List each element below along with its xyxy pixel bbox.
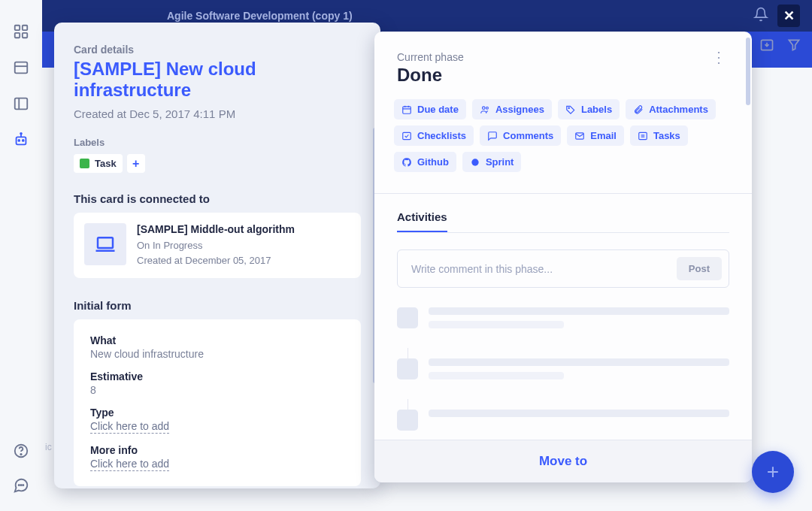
labels-label: Labels <box>581 104 612 115</box>
svg-point-32 <box>471 159 478 165</box>
svg-point-15 <box>19 485 20 485</box>
svg-rect-3 <box>23 33 27 38</box>
comments-label: Comments <box>503 130 553 141</box>
robot-icon[interactable] <box>11 129 32 150</box>
post-button[interactable]: Post <box>677 257 722 280</box>
activity-skeleton <box>397 358 729 386</box>
connected-phase: On In Progress <box>137 238 295 253</box>
help-icon[interactable] <box>11 440 32 461</box>
add-label-button[interactable]: + <box>127 154 145 173</box>
svg-point-10 <box>20 133 22 135</box>
left-rail <box>0 0 42 511</box>
card-created-at: Created at Dec 5, 2017 4:11 PM <box>74 107 361 120</box>
label-swatch <box>80 159 89 168</box>
svg-point-26 <box>568 107 569 107</box>
bell-icon[interactable] <box>753 7 768 25</box>
comment-input[interactable] <box>411 263 677 275</box>
move-to-button[interactable]: Move to <box>374 440 752 482</box>
skeleton-avatar <box>397 358 418 379</box>
more-options-icon[interactable]: ⋮ <box>708 51 729 63</box>
field-moreinfo-placeholder[interactable]: Click here to add <box>90 458 169 471</box>
email-label: Email <box>590 130 617 141</box>
tasks-button[interactable]: Tasks <box>630 125 688 146</box>
action-pills: Due date Assignees Labels Attachments Ch… <box>374 99 752 183</box>
sprint-label: Sprint <box>486 156 514 168</box>
list-icon[interactable] <box>11 57 32 78</box>
svg-point-14 <box>20 454 21 455</box>
labels-button[interactable]: Labels <box>558 99 620 119</box>
due-date-label: Due date <box>417 104 459 115</box>
board-icon[interactable] <box>11 93 32 114</box>
tab-activities[interactable]: Activities <box>397 210 447 232</box>
activity-skeleton <box>397 307 729 334</box>
attachments-button[interactable]: Attachments <box>626 99 716 119</box>
fab-add-button[interactable]: + <box>752 451 794 493</box>
due-date-button[interactable]: Due date <box>394 99 466 119</box>
field-type-placeholder[interactable]: Click here to add <box>90 420 169 434</box>
skeleton-line <box>429 358 729 366</box>
laptop-icon <box>84 223 126 265</box>
initial-form-heading: Initial form <box>74 299 361 312</box>
connected-title: [SAMPLE] Middle-out algorithm <box>137 223 295 235</box>
field-moreinfo-label: More info <box>90 444 344 456</box>
skeleton-line <box>429 307 729 315</box>
activity-skeleton <box>397 410 729 431</box>
assignees-button[interactable]: Assignees <box>472 99 552 119</box>
email-button[interactable]: Email <box>567 125 624 146</box>
github-button[interactable]: Github <box>394 152 456 172</box>
field-estimative-value[interactable]: 8 <box>90 384 344 396</box>
skeleton-line <box>429 372 564 379</box>
field-type-label: Type <box>90 407 344 419</box>
checklists-label: Checklists <box>417 130 466 141</box>
card-details-label: Card details <box>74 44 361 56</box>
pipe-title: Agile Software Development (copy 1) <box>167 10 353 22</box>
svg-point-25 <box>486 107 488 109</box>
field-what-value[interactable]: New cloud infrastructure <box>90 348 344 360</box>
attachments-label: Attachments <box>649 104 708 115</box>
scrollbar[interactable] <box>746 38 750 105</box>
svg-rect-19 <box>98 237 113 248</box>
dashboard-icon[interactable] <box>11 21 32 42</box>
svg-rect-29 <box>639 132 647 139</box>
skeleton-line <box>429 321 564 328</box>
skeleton-line <box>429 410 729 417</box>
connected-created: Created at December 05, 2017 <box>137 253 295 268</box>
comments-button[interactable]: Comments <box>480 125 561 146</box>
svg-rect-6 <box>15 98 28 110</box>
connected-card[interactable]: [SAMPLE] Middle-out algorithm On In Prog… <box>74 213 361 278</box>
checklists-button[interactable]: Checklists <box>394 125 474 146</box>
timeline-connector <box>408 399 408 410</box>
initial-form-panel: What New cloud infrastructure Estimative… <box>74 319 361 486</box>
faded-text: ic <box>45 442 52 452</box>
svg-point-11 <box>18 140 20 141</box>
activities-section: Activities Post <box>374 194 752 440</box>
import-icon[interactable] <box>759 38 774 56</box>
svg-point-24 <box>482 106 485 109</box>
filter-icon[interactable] <box>786 38 801 56</box>
label-chip-task[interactable]: Task <box>74 154 123 173</box>
svg-rect-27 <box>403 132 411 139</box>
github-label: Github <box>417 156 449 168</box>
assignees-label: Assignees <box>495 104 544 115</box>
field-estimative-label: Estimative <box>90 370 344 382</box>
labels-heading: Labels <box>74 137 361 148</box>
close-button[interactable]: ✕ <box>777 5 800 27</box>
svg-point-17 <box>23 485 23 485</box>
svg-rect-2 <box>15 33 20 38</box>
field-what-label: What <box>90 334 344 346</box>
comment-box: Post <box>397 249 729 288</box>
svg-point-12 <box>23 140 24 141</box>
svg-rect-20 <box>403 106 411 113</box>
card-details-panel: Card details [SAMPLE] New cloud infrastr… <box>54 23 380 488</box>
current-phase-label: Current phase <box>397 51 464 63</box>
svg-point-16 <box>20 485 21 485</box>
sprint-button[interactable]: Sprint <box>462 152 522 172</box>
skeleton-avatar <box>397 307 418 328</box>
chat-icon[interactable] <box>11 475 32 496</box>
svg-rect-1 <box>23 26 27 30</box>
card-title[interactable]: [SAMPLE] New cloud infrastructure <box>74 59 361 100</box>
svg-rect-0 <box>15 26 20 30</box>
tasks-label: Tasks <box>653 130 680 141</box>
activity-skeleton-list <box>397 307 729 431</box>
skeleton-avatar <box>397 410 418 431</box>
